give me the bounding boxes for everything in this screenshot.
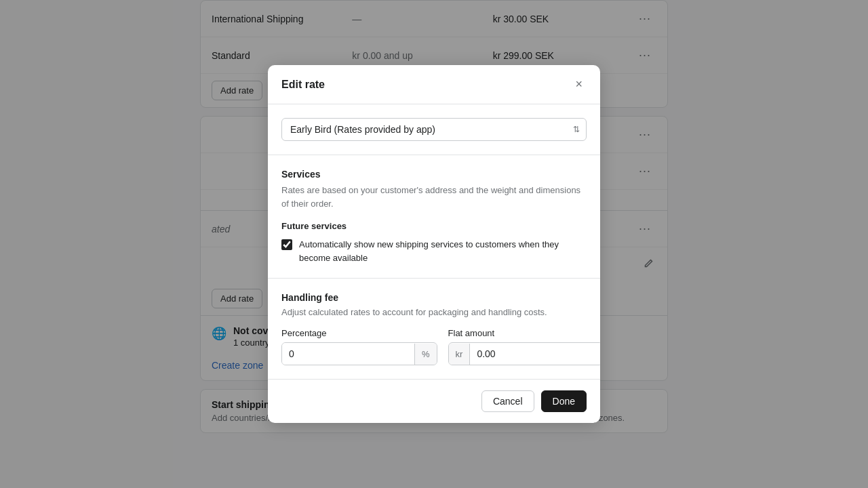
services-section: Services Rates are based on your custome… (281, 169, 587, 210)
modal-title: Edit rate (281, 79, 325, 91)
handling-fee-divider (268, 278, 600, 279)
future-services-checkbox-row: Automatically show new shipping services… (281, 238, 587, 264)
modal-close-button[interactable]: × (571, 76, 587, 93)
flat-amount-input-wrapper: kr (448, 342, 600, 365)
edit-rate-modal: Edit rate × Early Bird (Rates provided b… (268, 65, 600, 423)
done-button[interactable]: Done (541, 390, 587, 412)
percentage-input[interactable] (282, 343, 414, 365)
future-services-checkbox[interactable] (281, 239, 292, 250)
flat-amount-field: Flat amount kr (448, 328, 600, 365)
future-services-label: Automatically show new shipping services… (299, 238, 587, 264)
modal-overlay: Edit rate × Early Bird (Rates provided b… (0, 0, 868, 488)
handling-fee-section: Handling fee Adjust calculated rates to … (281, 292, 587, 365)
rate-type-select-wrapper: Early Bird (Rates provided by app) ⇅ (281, 118, 587, 141)
fee-inputs: Percentage % Flat amount kr (281, 328, 587, 365)
handling-fee-description: Adjust calculated rates to account for p… (281, 307, 587, 317)
future-services-section: Future services Automatically show new s… (281, 221, 587, 264)
flat-amount-label: Flat amount (448, 328, 600, 338)
percentage-input-wrapper: % (281, 342, 437, 365)
section-divider (268, 155, 600, 155)
percent-suffix: % (414, 344, 437, 365)
future-services-title: Future services (281, 221, 587, 231)
handling-fee-title: Handling fee (281, 292, 587, 303)
percentage-field: Percentage % (281, 328, 437, 365)
rate-type-select[interactable]: Early Bird (Rates provided by app) (281, 118, 587, 141)
services-title: Services (281, 169, 587, 180)
modal-footer: Cancel Done (268, 379, 600, 423)
cancel-button[interactable]: Cancel (481, 390, 534, 412)
modal-body: Early Bird (Rates provided by app) ⇅ Ser… (268, 104, 600, 379)
modal-header: Edit rate × (268, 65, 600, 104)
currency-prefix: kr (449, 344, 471, 365)
flat-amount-input[interactable] (470, 343, 600, 365)
percentage-label: Percentage (281, 328, 437, 338)
services-description: Rates are based on your customer's addre… (281, 184, 587, 210)
